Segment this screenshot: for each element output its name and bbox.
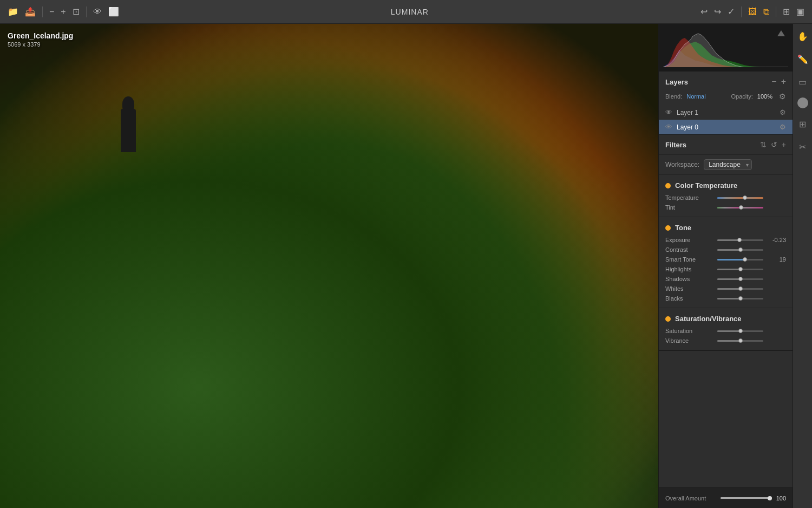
layer-eye-icon[interactable]: 👁 bbox=[665, 123, 672, 131]
topbar: 📁 📤 − + ⊡ 👁 ⬜ LUMINAR ↩ ↪ ✓ 🖼 ⧉ ⊞ ▣ bbox=[0, 0, 812, 24]
plus-icon[interactable]: + bbox=[61, 7, 66, 17]
layer-name: Layer 0 bbox=[677, 123, 780, 131]
whites-thumb[interactable] bbox=[738, 286, 743, 291]
opacity-label: Opacity: bbox=[731, 93, 753, 100]
overall-thumb[interactable] bbox=[768, 496, 772, 500]
pen-tool-icon[interactable]: ✏️ bbox=[796, 52, 810, 66]
opacity-value[interactable]: 100% bbox=[757, 93, 772, 100]
person-body bbox=[121, 109, 136, 152]
highlights-track[interactable] bbox=[717, 269, 763, 270]
saturation-track[interactable] bbox=[717, 330, 763, 332]
color-picker-tool[interactable] bbox=[797, 97, 808, 108]
workspace-label: Workspace: bbox=[665, 161, 699, 168]
overall-amount-bar: Overall Amount 100 bbox=[659, 487, 793, 508]
panel-icon[interactable]: ▣ bbox=[796, 6, 804, 17]
overall-amount-value: 100 bbox=[776, 495, 786, 502]
exposure-track[interactable] bbox=[717, 239, 763, 241]
layer-item[interactable]: 👁 Layer 1 ⚙ bbox=[659, 105, 793, 120]
histogram-section bbox=[659, 24, 793, 71]
export-icon[interactable]: 📤 bbox=[25, 6, 36, 17]
separator bbox=[86, 6, 87, 17]
overall-amount-slider[interactable] bbox=[721, 497, 771, 499]
blend-label: Blend: bbox=[665, 93, 682, 100]
blacks-slider-row: Blacks bbox=[659, 294, 793, 303]
smart-tone-slider-row: Smart Tone 19 bbox=[659, 255, 793, 264]
shadows-track[interactable] bbox=[717, 278, 763, 280]
temperature-thumb[interactable] bbox=[743, 196, 747, 200]
vibrance-thumb[interactable] bbox=[738, 338, 743, 343]
exposure-label: Exposure bbox=[665, 237, 714, 243]
overall-fill bbox=[721, 497, 771, 499]
layers-title: Layers bbox=[665, 78, 688, 86]
filters-actions: ⇅ ↺ + bbox=[760, 140, 786, 149]
rectangle-tool-icon[interactable]: ▭ bbox=[796, 75, 810, 89]
topbar-left: 📁 📤 − + ⊡ 👁 ⬜ bbox=[8, 6, 119, 17]
tone-header[interactable]: Tone bbox=[659, 222, 793, 235]
hand-tool-icon[interactable]: ✋ bbox=[796, 29, 810, 43]
layers-actions: − + bbox=[771, 77, 786, 87]
vibrance-label: Vibrance bbox=[665, 337, 714, 344]
histogram-svg bbox=[663, 28, 788, 67]
whites-label: Whites bbox=[665, 285, 714, 292]
layer-adjust-icon[interactable]: ⚙ bbox=[780, 123, 786, 131]
tint-track[interactable] bbox=[717, 207, 763, 209]
filters-add-icon[interactable]: + bbox=[782, 140, 786, 149]
right-panel: Layers − + Blend: Normal Opacity: 100% ⚙… bbox=[658, 24, 793, 508]
layers-icon[interactable]: ⧉ bbox=[763, 7, 769, 17]
saturation-thumb[interactable] bbox=[738, 329, 743, 333]
layer-adjust-icon[interactable]: ⚙ bbox=[780, 108, 786, 116]
saturation-header[interactable]: Saturation/Vibrance bbox=[659, 312, 793, 326]
eye-icon[interactable]: 👁 bbox=[93, 7, 102, 17]
temperature-slider-row: Temperature bbox=[659, 193, 793, 203]
minus-icon[interactable]: − bbox=[49, 7, 54, 17]
shadows-slider-row: Shadows bbox=[659, 274, 793, 284]
redo-icon[interactable]: ↪ bbox=[714, 6, 721, 17]
layers-add-button[interactable]: + bbox=[781, 77, 786, 87]
blend-mode-selector[interactable]: Normal bbox=[686, 93, 705, 100]
blacks-thumb[interactable] bbox=[738, 296, 743, 301]
clone-tool-icon[interactable]: ✂ bbox=[796, 140, 810, 154]
color-temperature-group: Color Temperature Temperature Tint bbox=[659, 175, 793, 217]
exposure-slider-row: Exposure -0.23 bbox=[659, 235, 793, 245]
folder-open-icon[interactable]: 📁 bbox=[8, 6, 18, 17]
panels-scroll[interactable]: Layers − + Blend: Normal Opacity: 100% ⚙… bbox=[659, 71, 793, 487]
shadows-thumb[interactable] bbox=[738, 277, 743, 281]
check-icon[interactable]: ✓ bbox=[728, 6, 735, 17]
vibrance-track[interactable] bbox=[717, 340, 763, 342]
tint-thumb[interactable] bbox=[739, 205, 743, 210]
layer-eye-icon[interactable]: 👁 bbox=[665, 108, 672, 116]
transform-tool-icon[interactable]: ⊞ bbox=[796, 117, 810, 131]
smart-tone-thumb[interactable] bbox=[743, 257, 747, 262]
contrast-thumb[interactable] bbox=[738, 248, 743, 252]
exposure-thumb[interactable] bbox=[737, 238, 742, 242]
split-view-icon[interactable]: ⬜ bbox=[108, 6, 119, 17]
workspace-select-wrap[interactable]: Landscape Portrait Street Custom bbox=[704, 159, 752, 170]
color-temperature-header[interactable]: Color Temperature bbox=[659, 179, 793, 193]
image-filename: Green_Iceland.jpg bbox=[8, 31, 73, 40]
histogram-canvas bbox=[663, 28, 788, 67]
temperature-track[interactable] bbox=[717, 197, 763, 199]
shadows-label: Shadows bbox=[665, 276, 714, 282]
filters-sort-icon[interactable]: ⇅ bbox=[760, 140, 767, 149]
highlights-thumb[interactable] bbox=[738, 267, 743, 271]
layer-settings-icon[interactable]: ⚙ bbox=[779, 92, 786, 101]
blacks-track[interactable] bbox=[717, 298, 763, 299]
person-silhouette bbox=[112, 82, 145, 152]
filter-dot bbox=[665, 183, 671, 188]
filters-refresh-icon[interactable]: ↺ bbox=[771, 140, 777, 149]
topbar-right: ↩ ↪ ✓ 🖼 ⧉ ⊞ ▣ bbox=[700, 6, 804, 17]
saturation-slider-row: Saturation bbox=[659, 326, 793, 336]
crop-icon[interactable]: ⊡ bbox=[73, 6, 80, 17]
contrast-track[interactable] bbox=[717, 249, 763, 251]
whites-track[interactable] bbox=[717, 288, 763, 290]
layers-remove-button[interactable]: − bbox=[771, 77, 776, 87]
image-icon[interactable]: 🖼 bbox=[748, 7, 757, 17]
canvas-area[interactable]: Green_Iceland.jpg 5069 x 3379 bbox=[0, 24, 658, 508]
workspace-select[interactable]: Landscape Portrait Street Custom bbox=[704, 159, 752, 170]
filter-dot bbox=[665, 225, 671, 231]
contrast-slider-row: Contrast bbox=[659, 245, 793, 255]
layer-item-active[interactable]: 👁 Layer 0 ⚙ bbox=[659, 120, 793, 134]
grid-icon[interactable]: ⊞ bbox=[783, 6, 790, 17]
undo-icon[interactable]: ↩ bbox=[700, 6, 708, 17]
smart-tone-track[interactable] bbox=[717, 259, 763, 260]
